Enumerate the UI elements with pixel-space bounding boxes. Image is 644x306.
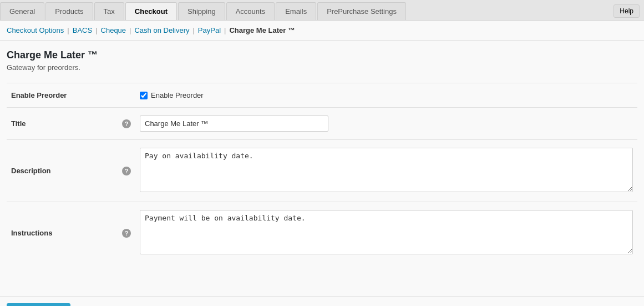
page-title: Charge Me Later ™ xyxy=(7,49,637,61)
sep-2: | xyxy=(95,26,97,34)
tab-checkout[interactable]: Checkout xyxy=(125,2,177,20)
tab-accounts[interactable]: Accounts xyxy=(226,2,275,20)
help-icon-instructions[interactable]: ? xyxy=(122,229,131,238)
sep-4: | xyxy=(192,26,194,34)
row-title: Title ? xyxy=(7,108,637,140)
help-icon-description[interactable]: ? xyxy=(122,167,131,175)
subnav-bacs[interactable]: BACS xyxy=(73,26,92,34)
settings-table: Enable Preorder Enable Preorder Title ? … xyxy=(7,83,637,264)
tab-general[interactable]: General xyxy=(0,2,44,20)
tab-shipping[interactable]: Shipping xyxy=(178,2,225,20)
subnav-cheque[interactable]: Cheque xyxy=(101,26,126,34)
value-enable-preorder: Enable Preorder xyxy=(135,83,637,108)
sub-nav: Checkout Options | BACS | Cheque | Cash … xyxy=(0,21,644,41)
top-nav: General Products Tax Checkout Shipping A… xyxy=(0,0,644,21)
tab-emails[interactable]: Emails xyxy=(276,2,316,20)
description-textarea[interactable]: Pay on availability date. xyxy=(140,148,633,192)
page-footer: Save changes xyxy=(0,296,644,306)
save-button[interactable]: Save changes xyxy=(7,303,70,306)
subnav-cash-on-delivery[interactable]: Cash on Delivery xyxy=(134,26,189,34)
row-enable-preorder: Enable Preorder Enable Preorder xyxy=(7,83,637,108)
checkbox-label-enable-preorder[interactable]: Enable Preorder xyxy=(140,91,633,99)
page-content: Charge Me Later ™ Gateway for preorders.… xyxy=(0,41,644,296)
label-enable-preorder: Enable Preorder xyxy=(7,83,118,108)
page-subtitle: Gateway for preorders. xyxy=(7,63,637,72)
instructions-textarea[interactable]: Payment will be on availability date. xyxy=(140,210,633,254)
subnav-charge-me-later: Charge Me Later ™ xyxy=(229,26,295,34)
sep-5: | xyxy=(224,26,226,34)
help-cell-description: ? xyxy=(118,140,135,202)
value-instructions: Payment will be on availability date. xyxy=(135,202,637,264)
sep-3: | xyxy=(129,26,131,34)
checkbox-text-enable-preorder: Enable Preorder xyxy=(151,91,204,99)
tab-tax[interactable]: Tax xyxy=(94,2,124,20)
row-instructions: Instructions ? Payment will be on availa… xyxy=(7,202,637,264)
help-cell-instructions: ? xyxy=(118,202,135,264)
help-cell-enable-preorder xyxy=(118,83,135,108)
sep-1: | xyxy=(67,26,69,34)
value-description: Pay on availability date. xyxy=(135,140,637,202)
help-cell-title: ? xyxy=(118,108,135,140)
tab-products[interactable]: Products xyxy=(45,2,93,20)
label-description: Description xyxy=(7,140,118,202)
row-description: Description ? Pay on availability date. xyxy=(7,140,637,202)
description-wrapper: Pay on availability date. xyxy=(140,148,633,194)
help-button[interactable]: Help xyxy=(613,4,640,18)
label-title: Title xyxy=(7,108,118,140)
subnav-checkout-options[interactable]: Checkout Options xyxy=(7,26,64,34)
label-instructions: Instructions xyxy=(7,202,118,264)
checkbox-enable-preorder[interactable] xyxy=(140,92,148,99)
title-input[interactable] xyxy=(140,116,328,132)
value-title xyxy=(135,108,637,140)
subnav-paypal[interactable]: PayPal xyxy=(198,26,221,34)
tab-prepurchase[interactable]: PrePurchase Settings xyxy=(317,2,406,20)
instructions-wrapper: Payment will be on availability date. xyxy=(140,210,633,256)
help-icon-title[interactable]: ? xyxy=(122,119,131,128)
